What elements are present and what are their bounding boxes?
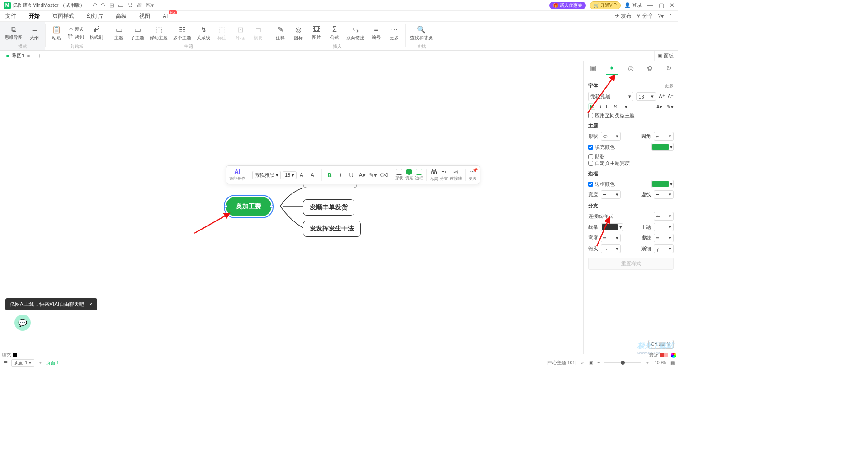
branch-arrow-select[interactable]: →▾: [601, 244, 621, 253]
open-icon[interactable]: ▭: [118, 2, 123, 9]
new-icon[interactable]: ⊞: [109, 2, 114, 9]
collapse-ribbon-icon[interactable]: ⌃: [668, 13, 673, 19]
promo-badge[interactable]: 🎁 新人优惠券: [549, 2, 586, 9]
paste-button[interactable]: 📋粘贴: [48, 24, 65, 42]
apply-same-checkbox[interactable]: 应用至同类型主题: [588, 112, 674, 119]
ai-chat-bubble-button[interactable]: 💬: [14, 315, 31, 331]
publish-button[interactable]: ✈ 发布: [615, 12, 632, 20]
zoom-in-icon[interactable]: ＋: [645, 360, 650, 366]
zoom-slider[interactable]: [604, 362, 641, 363]
branch-button[interactable]: ⤳分支: [440, 168, 448, 182]
shape-button[interactable]: 形状: [395, 169, 403, 181]
view-grid-icon[interactable]: ▦: [670, 360, 675, 365]
window-minimize-icon[interactable]: —: [647, 2, 653, 9]
multi-topic-button[interactable]: ☷多个主题: [171, 24, 193, 42]
panel-tab-page-icon[interactable]: ▣: [584, 61, 603, 75]
page-list-icon[interactable]: ☰: [4, 360, 8, 365]
undo-icon[interactable]: ↶: [92, 2, 97, 9]
border-color-select[interactable]: ▾: [651, 180, 674, 188]
note-button[interactable]: ✎注释: [272, 24, 288, 42]
corner-select[interactable]: ⌐▾: [654, 132, 674, 141]
shape-select[interactable]: ⬭▾: [601, 132, 621, 141]
save-icon[interactable]: 🖫: [127, 2, 133, 9]
fullscreen-icon[interactable]: ▣: [589, 360, 593, 365]
share-button[interactable]: ⚘ 分享: [636, 12, 653, 20]
panel-font-grow-icon[interactable]: A⁺: [659, 94, 665, 99]
login-button[interactable]: 👤 登录: [624, 2, 642, 9]
font-size-select[interactable]: 18▾: [283, 171, 297, 179]
panel-align-button[interactable]: ≡▾: [622, 104, 627, 110]
fill-color-select[interactable]: ▾: [651, 143, 674, 151]
page-add-icon[interactable]: ＋: [38, 360, 42, 366]
panel-tab-clipart-icon[interactable]: ✿: [640, 61, 659, 75]
font-grow-icon[interactable]: A⁺: [298, 170, 307, 180]
panel-font-family-select[interactable]: 微软雅黑▾: [588, 92, 633, 101]
panel-bold-button[interactable]: B: [588, 103, 595, 110]
pin-icon[interactable]: 📌: [472, 168, 478, 173]
page-select[interactable]: 页面-1 ▾: [11, 359, 34, 367]
bold-button[interactable]: B: [325, 170, 334, 180]
panel-underline-button[interactable]: U: [606, 104, 609, 109]
branch-dash-select[interactable]: ━▾: [654, 234, 674, 242]
subtopic-button[interactable]: ▭子主题: [129, 24, 146, 42]
add-tab-button[interactable]: ＋: [36, 52, 42, 60]
panel-font-color-button[interactable]: A▾: [656, 104, 662, 110]
panel-font-size-select[interactable]: 18▾: [636, 92, 656, 101]
line-color-select[interactable]: ▾: [601, 223, 623, 231]
copy-button[interactable]: ⿻拷贝: [66, 33, 86, 41]
summary-button[interactable]: ⊐概要: [250, 24, 266, 42]
formula-button[interactable]: Σ公式: [326, 24, 343, 42]
ai-create-button[interactable]: AI 智能创作: [229, 168, 245, 182]
panel-font-shrink-icon[interactable]: A⁻: [668, 94, 674, 99]
tab-ai[interactable]: AIHot: [163, 13, 168, 19]
reset-style-button[interactable]: 重置样式: [588, 258, 674, 270]
tab-start[interactable]: 开始: [29, 12, 40, 20]
panel-tab-history-icon[interactable]: ↻: [659, 61, 678, 75]
topic-link-select[interactable]: ▾: [654, 223, 674, 231]
border-width-select[interactable]: ━▾: [601, 190, 621, 199]
branch-taper-select[interactable]: ╭▾: [654, 244, 674, 253]
node-child-2[interactable]: 发发挥发生干法: [303, 221, 361, 237]
border-checkbox[interactable]: 边框颜色: [588, 181, 615, 188]
node-main[interactable]: 奥加工费: [226, 197, 271, 216]
export-icon[interactable]: ⇱▾: [146, 2, 154, 9]
toast-close-icon[interactable]: ✕: [89, 301, 93, 307]
find-replace-button[interactable]: 🔍查找和替换: [408, 24, 434, 42]
fit-icon[interactable]: ⤢: [581, 360, 585, 365]
tab-slides[interactable]: 幻灯片: [87, 12, 103, 20]
branch-width-select[interactable]: ━▾: [601, 234, 621, 242]
iconset-button[interactable]: ◎图标: [290, 24, 307, 42]
panel-italic-button[interactable]: I: [600, 104, 601, 109]
font-shrink-icon[interactable]: A⁻: [309, 170, 318, 180]
shadow-checkbox[interactable]: 阴影: [588, 153, 674, 160]
help-icon[interactable]: ?▾: [658, 13, 664, 19]
insert-more-button[interactable]: ⋯更多: [386, 24, 402, 42]
tab-view[interactable]: 视图: [139, 12, 150, 20]
clear-format-button[interactable]: ⌫: [379, 170, 388, 180]
connector-button[interactable]: ⇝连接线: [450, 168, 462, 182]
custom-width-checkbox[interactable]: 自定义主题宽度: [588, 160, 674, 167]
window-close-icon[interactable]: ✕: [670, 2, 675, 9]
fill-checkbox[interactable]: 填充颜色: [588, 144, 615, 150]
image-button[interactable]: 🖼图片: [308, 24, 325, 42]
panel-strike-button[interactable]: S: [614, 104, 617, 109]
underline-button[interactable]: U: [347, 170, 356, 180]
cut-button[interactable]: ✂剪切: [66, 25, 86, 33]
topic-button[interactable]: ▭主题: [111, 24, 127, 42]
swatch[interactable]: [13, 353, 17, 357]
window-maximize-icon[interactable]: ▢: [659, 2, 664, 9]
document-tab[interactable]: 导图1: [2, 52, 34, 59]
mode-mindmap-button[interactable]: ⧉思维导图: [3, 24, 24, 42]
layout-button[interactable]: 品布局: [430, 168, 438, 182]
font-more-link[interactable]: 更多: [665, 83, 674, 89]
tab-advanced[interactable]: 高级: [116, 12, 127, 20]
font-family-select[interactable]: 微软雅黑▾: [252, 171, 281, 179]
node-child-1[interactable]: 发顺丰单发货: [303, 199, 354, 216]
line-style-select[interactable]: ⇐▾: [654, 212, 674, 221]
font-color-button[interactable]: A▾: [358, 170, 367, 180]
panel-tab-icon-icon[interactable]: ◎: [622, 61, 641, 75]
tab-pagestyle[interactable]: 页面样式: [52, 12, 74, 20]
boundary-button[interactable]: ⊡外框: [232, 24, 248, 42]
numbering-button[interactable]: ≡编号: [368, 24, 384, 42]
panel-tab-style-icon[interactable]: ✦: [603, 61, 622, 75]
